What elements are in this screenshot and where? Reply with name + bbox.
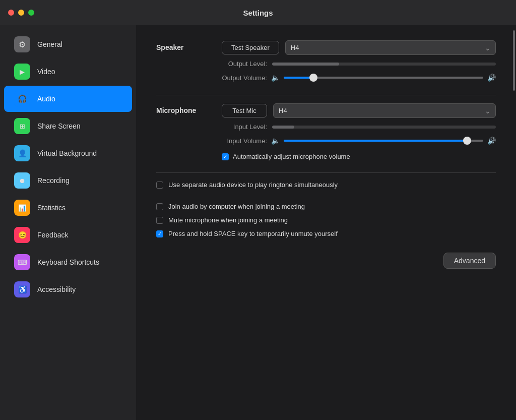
scrollbar-track: [512, 25, 516, 420]
output-level-fill: [272, 63, 339, 66]
output-slider-track: [284, 77, 483, 79]
speaker-label: Speaker: [156, 40, 222, 51]
minimize-button[interactable]: [18, 10, 24, 16]
sidebar-item-statistics[interactable]: 📊 Statistics: [4, 195, 132, 221]
join-audio-row: Join audio by computer when joining a me…: [156, 203, 496, 210]
auto-adjust-label: Automatically adjust microphone volume: [233, 153, 350, 160]
statistics-icon: 📊: [14, 200, 30, 216]
keyboard-shortcuts-icon: ⌨: [14, 254, 30, 270]
input-volume-row: Input Volume: 🔈 🔊: [222, 136, 496, 146]
video-icon: ▶: [14, 64, 30, 80]
speaker-content: Test Speaker H4 Output Level:: [222, 40, 496, 83]
sidebar-item-recording[interactable]: ⏺ Recording: [4, 167, 132, 194]
divider-mic-options: [156, 172, 496, 173]
accessibility-icon: ♿: [14, 281, 30, 297]
sidebar-item-keyboard-shortcuts[interactable]: ⌨ Keyboard Shortcuts: [4, 249, 132, 275]
fullscreen-button[interactable]: [28, 10, 34, 16]
input-slider-fill: [284, 140, 467, 142]
separate-audio-row: Use separate audio device to play ringto…: [156, 181, 496, 189]
sidebar-label-virtual-background: Virtual Background: [37, 149, 97, 157]
scrollbar-thumb[interactable]: [513, 30, 515, 91]
feedback-icon: 😊: [14, 227, 30, 243]
input-slider-track: [284, 140, 483, 142]
main-layout: ⚙ General ▶ Video 🎧 Audio ⊞ Share Screen…: [0, 25, 516, 420]
mic-device-wrapper: H4: [273, 103, 496, 118]
input-level-row: Input Level:: [222, 123, 496, 131]
share-screen-icon: ⊞: [14, 118, 30, 134]
speaker-device-wrapper: H4: [285, 40, 496, 55]
join-audio-label: Join audio by computer when joining a me…: [168, 203, 305, 210]
auto-adjust-row: Automatically adjust microphone volume: [222, 153, 496, 160]
microphone-label: Microphone: [156, 103, 222, 114]
input-level-label: Input Level:: [222, 123, 267, 131]
input-level-fill: [272, 126, 294, 129]
separate-audio-label: Use separate audio device to play ringto…: [168, 181, 338, 189]
sidebar-item-video[interactable]: ▶ Video: [4, 58, 132, 85]
microphone-section: Microphone Test Mic H4 Input Level:: [156, 103, 496, 160]
output-volume-label: Output Volume:: [222, 74, 267, 82]
sidebar-label-recording: Recording: [37, 176, 70, 185]
sidebar-label-audio: Audio: [37, 95, 55, 103]
mute-mic-checkbox[interactable]: [156, 217, 163, 224]
sidebar-label-accessibility: Accessibility: [37, 285, 76, 293]
output-level-bar: [272, 63, 496, 66]
auto-adjust-checkbox[interactable]: [222, 153, 229, 160]
output-volume-row: Output Volume: 🔈 🔊: [222, 73, 496, 83]
sidebar-item-audio[interactable]: 🎧 Audio: [4, 86, 132, 112]
input-volume-slider[interactable]: [284, 136, 483, 146]
general-icon: ⚙: [14, 36, 30, 52]
window-title: Settings: [243, 9, 273, 17]
input-slider-thumb[interactable]: [463, 137, 471, 145]
sidebar-item-share-screen[interactable]: ⊞ Share Screen: [4, 113, 132, 139]
microphone-content: Test Mic H4 Input Level: Inpu: [222, 103, 496, 160]
join-audio-checkbox[interactable]: [156, 203, 163, 210]
title-bar: Settings: [0, 0, 516, 25]
advanced-button[interactable]: Advanced: [443, 253, 496, 269]
test-mic-button[interactable]: Test Mic: [222, 104, 267, 117]
sidebar-item-feedback[interactable]: 😊 Feedback: [4, 222, 132, 248]
sidebar: ⚙ General ▶ Video 🎧 Audio ⊞ Share Screen…: [0, 25, 136, 420]
volume-high-icon: 🔊: [487, 74, 496, 82]
mic-device-select[interactable]: H4: [273, 103, 496, 118]
spacer1: [156, 195, 496, 203]
audio-icon: 🎧: [14, 91, 30, 107]
virtual-background-icon: 👤: [14, 145, 30, 161]
speaker-top-row: Test Speaker H4: [222, 40, 496, 55]
output-level-label: Output Level:: [222, 60, 267, 68]
output-level-row: Output Level:: [222, 60, 496, 68]
content-area: Speaker Test Speaker H4 Output Level:: [136, 25, 516, 420]
speaker-section: Speaker Test Speaker H4 Output Level:: [156, 40, 496, 83]
output-slider-thumb[interactable]: [309, 74, 317, 82]
mute-mic-label: Mute microphone when joining a meeting: [168, 216, 288, 224]
sidebar-label-video: Video: [37, 68, 55, 76]
input-level-bar: [272, 126, 496, 129]
speaker-device-select[interactable]: H4: [285, 40, 496, 55]
space-unmute-row: Press and hold SPACE key to temporarily …: [156, 230, 496, 237]
sidebar-label-share-screen: Share Screen: [37, 122, 81, 130]
volume-low-icon: 🔈: [271, 74, 280, 82]
sidebar-label-feedback: Feedback: [37, 231, 68, 239]
mic-vol-high-icon: 🔊: [487, 137, 496, 145]
recording-icon: ⏺: [14, 172, 30, 189]
sidebar-item-general[interactable]: ⚙ General: [4, 31, 132, 57]
sidebar-label-general: General: [37, 40, 62, 48]
space-unmute-label: Press and hold SPACE key to temporarily …: [168, 230, 338, 237]
traffic-lights: [8, 10, 34, 16]
mic-top-row: Test Mic H4: [222, 103, 496, 118]
test-speaker-button[interactable]: Test Speaker: [222, 41, 279, 54]
mic-vol-low-icon: 🔈: [271, 137, 280, 145]
mute-mic-row: Mute microphone when joining a meeting: [156, 216, 496, 224]
space-unmute-checkbox[interactable]: [156, 230, 163, 237]
output-volume-slider[interactable]: [284, 73, 483, 83]
sidebar-label-statistics: Statistics: [37, 204, 66, 212]
separate-audio-checkbox[interactable]: [156, 182, 163, 189]
sidebar-label-keyboard-shortcuts: Keyboard Shortcuts: [37, 258, 99, 266]
sidebar-item-virtual-background[interactable]: 👤 Virtual Background: [4, 140, 132, 166]
divider-speaker-mic: [156, 95, 496, 95]
close-button[interactable]: [8, 10, 14, 16]
input-volume-label: Input Volume:: [222, 137, 267, 145]
sidebar-item-accessibility[interactable]: ♿ Accessibility: [4, 276, 132, 303]
